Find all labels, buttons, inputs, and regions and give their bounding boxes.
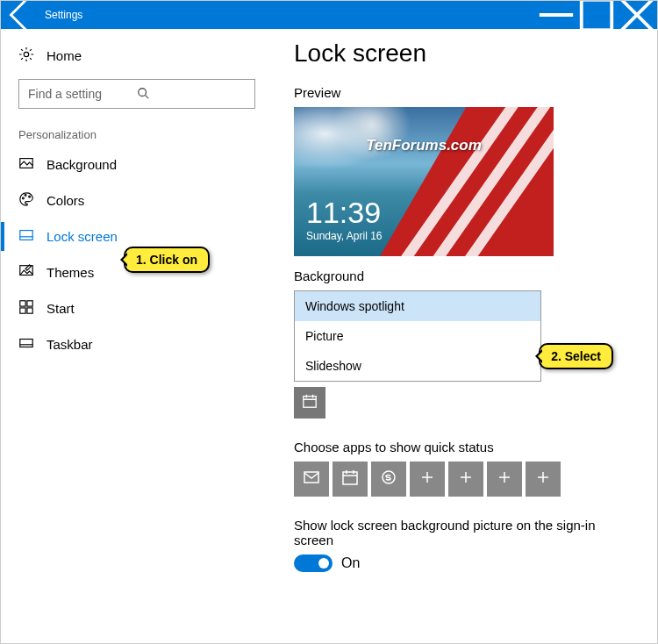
- sidebar-item-label: Start: [46, 301, 75, 316]
- gear-icon: [18, 47, 34, 65]
- quickstatus-label: Choose apps to show quick status: [294, 440, 636, 454]
- minimize-button[interactable]: [536, 1, 576, 29]
- svg-rect-15: [304, 472, 318, 483]
- settings-window: Settings Home Find a setting Personaliza…: [0, 0, 658, 644]
- palette-icon: [18, 191, 34, 210]
- sidebar-item-taskbar[interactable]: Taskbar: [1, 326, 273, 362]
- svg-rect-16: [343, 472, 357, 484]
- quickstatus-tile-calendar[interactable]: [333, 462, 368, 497]
- background-label: Background: [294, 268, 636, 283]
- svg-rect-9: [20, 301, 25, 306]
- dropdown-option-selected[interactable]: Windows spotlight: [295, 291, 540, 321]
- dropdown-option[interactable]: Picture: [295, 321, 540, 351]
- themes-icon: [18, 263, 34, 282]
- calendar-detail-button[interactable]: [294, 387, 325, 419]
- signin-label: Show lock screen background picture on t…: [294, 518, 636, 547]
- preview-date: Sunday, April 16: [306, 230, 383, 242]
- preview-time: 11:39: [306, 196, 383, 230]
- quickstatus-tile-add[interactable]: [448, 462, 483, 497]
- signin-toggle[interactable]: [294, 555, 333, 572]
- skype-icon: [380, 469, 397, 490]
- svg-point-6: [29, 196, 31, 197]
- plus-icon: [457, 469, 475, 490]
- maximize-button[interactable]: [576, 1, 617, 29]
- quickstatus-tile-add[interactable]: [487, 462, 522, 497]
- plus-icon: [534, 469, 552, 490]
- back-button[interactable]: [1, 1, 41, 29]
- annotation-step2: 2. Select: [539, 343, 613, 369]
- svg-point-5: [25, 195, 26, 197]
- mail-icon: [303, 469, 320, 490]
- svg-rect-10: [27, 301, 32, 306]
- signin-state: On: [341, 555, 360, 571]
- quickstatus-tile-add[interactable]: [526, 462, 561, 497]
- quickstatus-tile-skype[interactable]: [371, 462, 406, 497]
- preview-clock: 11:39 Sunday, April 16: [306, 196, 383, 242]
- preview-label: Preview: [294, 85, 636, 100]
- lockscreen-icon: [18, 227, 34, 246]
- window-title: Settings: [41, 9, 536, 21]
- calendar-icon: [302, 393, 318, 412]
- start-icon: [18, 299, 34, 318]
- quickstatus-tile-mail[interactable]: [294, 462, 329, 497]
- sidebar-item-label: Lock screen: [46, 229, 118, 244]
- search-input[interactable]: Find a setting: [18, 79, 255, 109]
- sidebar-item-background[interactable]: Background: [1, 147, 273, 182]
- svg-rect-12: [27, 308, 32, 313]
- search-placeholder: Find a setting: [28, 87, 137, 101]
- svg-point-2: [139, 88, 147, 96]
- close-button[interactable]: [617, 1, 657, 29]
- sidebar-item-label: Themes: [46, 265, 94, 280]
- svg-rect-7: [20, 231, 32, 240]
- category-label: Personalization: [1, 121, 273, 147]
- sidebar-item-start[interactable]: Start: [1, 290, 273, 326]
- home-button[interactable]: Home: [1, 45, 273, 79]
- sidebar-item-label: Background: [46, 157, 117, 172]
- plus-icon: [496, 469, 513, 490]
- search-icon: [137, 87, 246, 102]
- svg-rect-0: [582, 0, 612, 30]
- content: Lock screen Preview TenForums.com 11:39 …: [273, 29, 657, 643]
- sidebar-item-colors[interactable]: Colors: [1, 182, 273, 218]
- lockscreen-preview: TenForums.com 11:39 Sunday, April 16: [294, 107, 554, 256]
- sidebar: Home Find a setting Personalization Back…: [1, 29, 273, 643]
- taskbar-icon: [18, 335, 34, 354]
- svg-rect-11: [20, 308, 25, 313]
- quickstatus-tile-add[interactable]: [410, 462, 445, 497]
- dropdown-option[interactable]: Slideshow: [295, 351, 540, 381]
- titlebar: Settings: [1, 1, 657, 29]
- plus-icon: [418, 469, 436, 490]
- svg-rect-13: [20, 340, 32, 347]
- home-label: Home: [46, 48, 82, 63]
- sidebar-item-label: Taskbar: [46, 337, 93, 352]
- picture-icon: [18, 155, 34, 174]
- svg-point-1: [24, 52, 28, 56]
- quickstatus-tiles: [294, 462, 636, 497]
- svg-rect-14: [304, 397, 316, 408]
- svg-point-4: [23, 197, 25, 199]
- sidebar-item-label: Colors: [46, 193, 84, 208]
- background-dropdown[interactable]: Windows spotlight Picture Slideshow: [294, 290, 541, 382]
- calendar-icon: [341, 469, 359, 490]
- page-title: Lock screen: [294, 39, 636, 68]
- watermark-text: TenForums.com: [366, 137, 482, 154]
- annotation-step1: 1. Click on: [124, 247, 210, 273]
